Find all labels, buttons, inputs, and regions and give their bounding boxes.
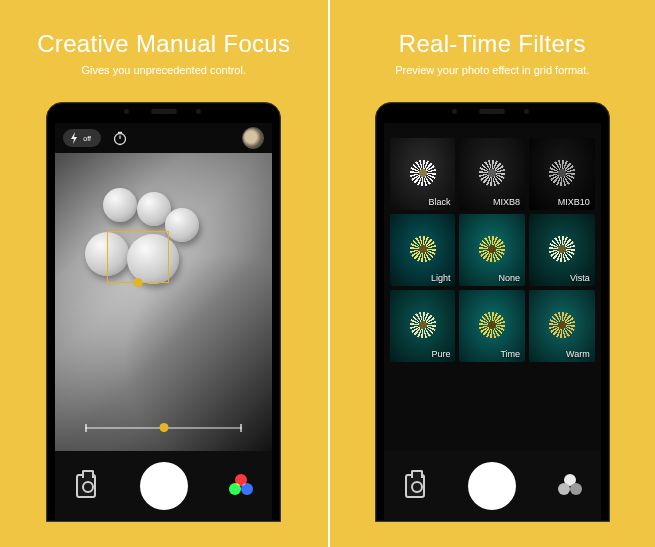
filter-grid: Black MIXB8 MIXB10 Light None bbox=[390, 138, 595, 451]
filter-label: None bbox=[499, 273, 521, 283]
shutter-button[interactable] bbox=[140, 462, 188, 510]
switch-camera-icon bbox=[405, 474, 425, 498]
headline-left: Creative Manual Focus bbox=[37, 30, 290, 58]
camera-bottom-bar bbox=[55, 451, 272, 521]
filter-cell-light[interactable]: Light bbox=[390, 214, 456, 286]
filters-icon bbox=[558, 474, 582, 498]
filter-cell-none[interactable]: None bbox=[459, 214, 525, 286]
filters-button[interactable] bbox=[557, 474, 583, 498]
gallery-thumbnail[interactable] bbox=[242, 127, 264, 149]
focus-handle[interactable] bbox=[134, 278, 143, 287]
switch-camera-button[interactable] bbox=[73, 474, 99, 498]
camera-top-bar: off bbox=[55, 123, 272, 153]
promo-panel-left: Creative Manual Focus Gives you unpreced… bbox=[0, 0, 328, 547]
filter-label: Pure bbox=[431, 349, 450, 359]
filter-label: Vista bbox=[570, 273, 590, 283]
promo-panel-right: Real-Time Filters Preview your photo eff… bbox=[328, 0, 656, 547]
flash-icon bbox=[69, 132, 79, 144]
camera-screen: off bbox=[55, 123, 272, 521]
timer-icon bbox=[112, 130, 128, 146]
filters-button[interactable] bbox=[228, 474, 254, 498]
filter-label: Time bbox=[500, 349, 520, 359]
subhead-left: Gives you unprecedented control. bbox=[82, 64, 247, 76]
flash-label: off bbox=[83, 135, 91, 142]
filter-cell-black[interactable]: Black bbox=[390, 138, 456, 210]
rgb-filters-icon bbox=[229, 474, 253, 498]
filter-cell-mixb8[interactable]: MIXB8 bbox=[459, 138, 525, 210]
switch-camera-button[interactable] bbox=[402, 474, 428, 498]
filter-screen: Black MIXB8 MIXB10 Light None bbox=[384, 123, 601, 521]
filter-cell-mixb10[interactable]: MIXB10 bbox=[529, 138, 595, 210]
flash-toggle[interactable]: off bbox=[63, 129, 101, 147]
filter-label: Warm bbox=[566, 349, 590, 359]
phone-frame-right: Black MIXB8 MIXB10 Light None bbox=[375, 102, 610, 522]
filter-label: MIXB10 bbox=[558, 197, 590, 207]
filter-cell-time[interactable]: Time bbox=[459, 290, 525, 362]
focus-indicator[interactable] bbox=[107, 231, 169, 283]
focus-slider[interactable] bbox=[85, 427, 242, 429]
phone-frame-left: off bbox=[46, 102, 281, 522]
filter-cell-warm[interactable]: Warm bbox=[529, 290, 595, 362]
switch-camera-icon bbox=[76, 474, 96, 498]
timer-button[interactable] bbox=[109, 127, 131, 149]
shutter-button[interactable] bbox=[468, 462, 516, 510]
viewfinder[interactable] bbox=[55, 153, 272, 451]
filter-cell-vista[interactable]: Vista bbox=[529, 214, 595, 286]
filter-cell-pure[interactable]: Pure bbox=[390, 290, 456, 362]
filter-label: Light bbox=[431, 273, 451, 283]
subhead-right: Preview your photo effect in grid format… bbox=[395, 64, 589, 76]
filter-label: Black bbox=[428, 197, 450, 207]
camera-bottom-bar bbox=[384, 451, 601, 521]
headline-right: Real-Time Filters bbox=[399, 30, 586, 58]
filter-label: MIXB8 bbox=[493, 197, 520, 207]
